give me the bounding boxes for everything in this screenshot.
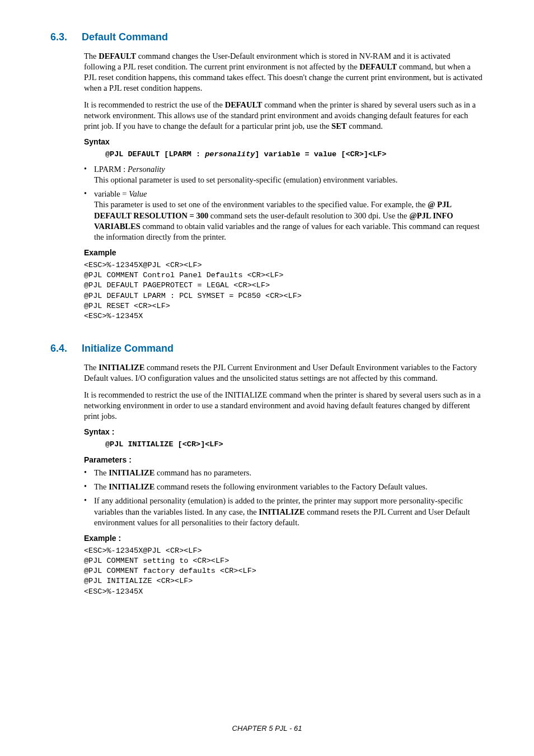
syntax-label: Syntax (84, 137, 484, 146)
heading-default-command: 6.3.Default Command (50, 31, 484, 43)
s63-example-code: <ESC>%-12345X@PJL <CR><LF> @PJL COMMENT … (84, 260, 484, 321)
page-footer: CHAPTER 5 PJL - 61 (0, 724, 534, 732)
s63-para2: It is recommended to restrict the use of… (84, 100, 484, 132)
s64-bullet-1: The INITIALIZE command has no parameters… (84, 468, 484, 478)
s64-bullets: The INITIALIZE command has no parameters… (84, 468, 484, 528)
s64-para1: The INITIALIZE command resets the PJL Cu… (84, 362, 484, 384)
s63-bullet-lparm: LPARM : Personality This optional parame… (84, 164, 484, 185)
syntax-label: Syntax : (84, 427, 484, 436)
example-label: Example (84, 248, 484, 257)
section-63-content: The DEFAULT command changes the User-Def… (84, 51, 484, 321)
s63-para1: The DEFAULT command changes the User-Def… (84, 51, 484, 94)
s64-bullet-2: The INITIALIZE command resets the follow… (84, 482, 484, 492)
heading-title: Initialize Command (82, 343, 174, 354)
s64-para2: It is recommended to restrict the use of… (84, 390, 484, 422)
section-64-content: The INITIALIZE command resets the PJL Cu… (84, 362, 484, 597)
s64-syntax: @PJL INITIALIZE [<CR>]<LF> (105, 440, 484, 450)
page: 6.3.Default Command The DEFAULT command … (0, 0, 534, 756)
s64-bullet-3: If any additional personality (emulation… (84, 496, 484, 528)
heading-number: 6.3. (50, 31, 67, 43)
parameters-label: Parameters : (84, 455, 484, 464)
example-label: Example : (84, 534, 484, 543)
heading-number: 6.4. (50, 343, 67, 354)
s63-bullet-variable: variable = Value This parameter is used … (84, 189, 484, 242)
s64-example-code: <ESC>%-12345X@PJL <CR><LF> @PJL COMMENT … (84, 546, 484, 597)
heading-title: Default Command (82, 31, 168, 43)
s63-bullets: LPARM : Personality This optional parame… (84, 164, 484, 242)
heading-initialize-command: 6.4.Initialize Command (50, 343, 484, 354)
s63-syntax: @PJL DEFAULT [LPARM : personality] varia… (105, 150, 484, 160)
